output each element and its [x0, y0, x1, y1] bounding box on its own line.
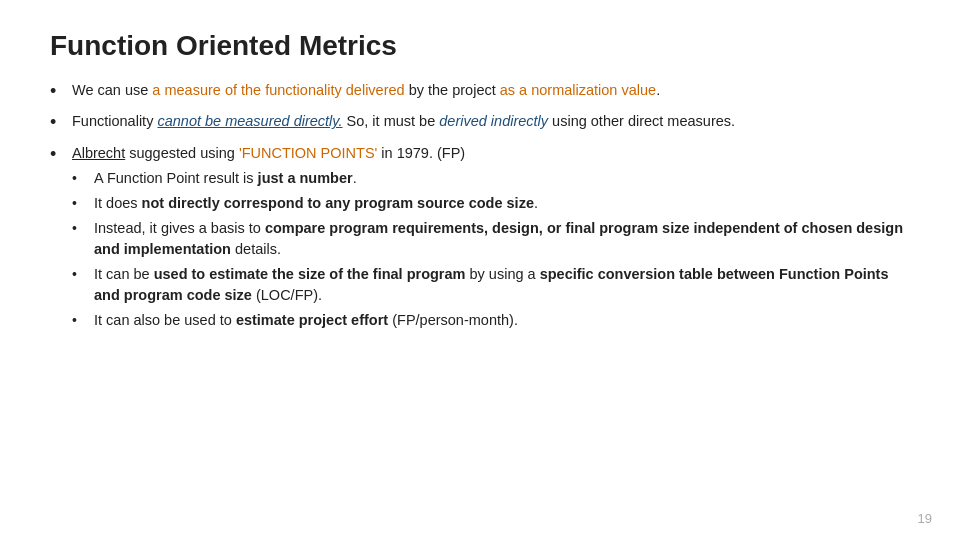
sb4-prefix: It can be [94, 266, 154, 282]
bullet-2: • [50, 111, 68, 134]
b1-prefix: We can use [72, 82, 152, 98]
bullet-3: • [50, 143, 68, 166]
b1-highlight1: a measure of the functionality delivered [152, 82, 404, 98]
sub-bullet-3: • [72, 218, 90, 238]
b1-mid1: by the project [405, 82, 500, 98]
sub-bullet-5: • [72, 310, 90, 330]
sub-bullet-4: • [72, 264, 90, 284]
sb5-prefix: It can also be used to [94, 312, 236, 328]
sb1-bold: just a number [258, 170, 353, 186]
b3-prefix: Albrecht [72, 145, 125, 161]
b3-highlight1: 'FUNCTION POINTS' [239, 145, 377, 161]
page-title: Function Oriented Metrics [50, 30, 910, 62]
sub-list-item-3: • Instead, it gives a basis to compare p… [72, 218, 910, 260]
sub-list-item-2: • It does not directly correspond to any… [72, 193, 910, 214]
sb3-prefix: Instead, it gives a basis to [94, 220, 265, 236]
bullet-3-text: Albrecht suggested using 'FUNCTION POINT… [72, 143, 910, 335]
sub-list-item-5: • It can also be used to estimate projec… [72, 310, 910, 331]
list-item-1: • We can use a measure of the functional… [50, 80, 910, 103]
b3-suffix: in 1979. (FP) [377, 145, 465, 161]
sub-list: • A Function Point result is just a numb… [72, 168, 910, 331]
bullet-1: • [50, 80, 68, 103]
b2-highlight2: derived indirectly [439, 113, 548, 129]
list-item-3: • Albrecht suggested using 'FUNCTION POI… [50, 143, 910, 335]
list-item-2: • Functionality cannot be measured direc… [50, 111, 910, 134]
sb4-suffix: (LOC/FP). [252, 287, 322, 303]
sb2-bold: not directly correspond to any program s… [142, 195, 534, 211]
content-area: • We can use a measure of the functional… [50, 80, 910, 335]
sb4-mid: by using a [465, 266, 539, 282]
sb3-suffix: details. [231, 241, 281, 257]
sb4-bold: used to estimate the size of the final p… [154, 266, 466, 282]
page-number: 19 [918, 511, 932, 526]
b3-mid1: suggested using [125, 145, 239, 161]
sub-bullet-2-text: It does not directly correspond to any p… [94, 193, 910, 214]
sb1-suffix: . [353, 170, 357, 186]
sub-bullet-1: • [72, 168, 90, 188]
b2-prefix: Functionality [72, 113, 157, 129]
sub-list-item-4: • It can be used to estimate the size of… [72, 264, 910, 306]
b1-suffix: . [656, 82, 660, 98]
sb2-prefix: It does [94, 195, 142, 211]
sub-bullet-3-text: Instead, it gives a basis to compare pro… [94, 218, 910, 260]
b2-suffix: using other direct measures. [548, 113, 735, 129]
main-list: • We can use a measure of the functional… [50, 80, 910, 335]
b1-highlight2: as a normalization value [500, 82, 656, 98]
sub-bullet-2: • [72, 193, 90, 213]
b2-mid1: So, it must be [343, 113, 440, 129]
sub-bullet-1-text: A Function Point result is just a number… [94, 168, 910, 189]
slide: Function Oriented Metrics • We can use a… [0, 0, 960, 540]
sb5-suffix: (FP/person-month). [388, 312, 518, 328]
bullet-1-text: We can use a measure of the functionalit… [72, 80, 910, 101]
sub-bullet-5-text: It can also be used to estimate project … [94, 310, 910, 331]
sub-list-item-1: • A Function Point result is just a numb… [72, 168, 910, 189]
bullet-2-text: Functionality cannot be measured directl… [72, 111, 910, 132]
sb1-prefix: A Function Point result is [94, 170, 258, 186]
b2-highlight1: cannot be measured directly. [157, 113, 342, 129]
sb2-suffix: . [534, 195, 538, 211]
sub-bullet-4-text: It can be used to estimate the size of t… [94, 264, 910, 306]
sb5-bold: estimate project effort [236, 312, 388, 328]
